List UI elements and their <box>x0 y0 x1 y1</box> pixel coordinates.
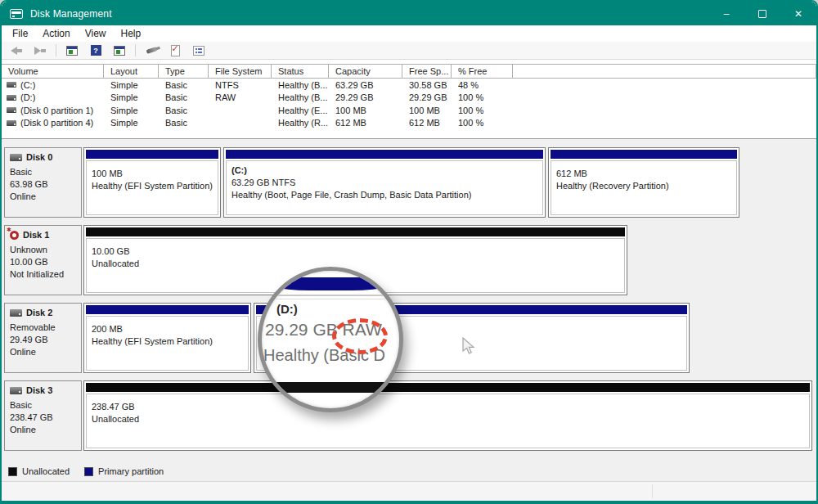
partition-size: 238.47 GB <box>92 401 809 413</box>
table-row[interactable]: (D:) Simple Basic RAW Healthy (B... 29.2… <box>2 92 816 105</box>
table-row[interactable]: (Disk 0 partition 4) Simple Basic Health… <box>2 117 816 130</box>
column-header-capacity[interactable]: Capacity <box>329 65 402 78</box>
disk-icon <box>10 387 22 394</box>
column-header-type[interactable]: Type <box>159 65 209 78</box>
disk-2-label[interactable]: Disk 2 Removable 29.49 GB Online <box>4 303 82 373</box>
cell-layout: Simple <box>104 118 159 128</box>
toolbar-separator <box>56 44 56 56</box>
menu-view[interactable]: View <box>78 26 114 41</box>
disk-0-label[interactable]: Disk 0 Basic 63.98 GB Online <box>4 147 82 218</box>
partition-size: 612 MB <box>556 168 736 180</box>
legend-label: Unallocated <box>22 466 70 476</box>
volume-icon <box>7 107 16 113</box>
cell-pct-free: 48 % <box>452 80 513 90</box>
check-disk-button[interactable]: ✓ <box>165 43 185 58</box>
disk-name: Disk 3 <box>26 385 52 395</box>
statusbar <box>2 481 816 501</box>
partition-status: Unallocated <box>92 413 809 425</box>
minimize-button[interactable]: – <box>708 2 744 25</box>
menu-file[interactable]: File <box>5 26 35 41</box>
column-header-pct-free[interactable]: % Free <box>452 65 513 78</box>
partition-size: 10.00 GB <box>92 245 624 258</box>
menu-action[interactable]: Action <box>35 26 77 41</box>
close-button[interactable]: ✕ <box>780 2 816 25</box>
action-tools-button[interactable] <box>142 43 161 58</box>
volume-table: Volume Layout Type File System Status Ca… <box>2 60 816 139</box>
disk-status: Not Initialized <box>10 268 78 281</box>
cell-pct-free: 100 % <box>452 118 513 128</box>
cell-type: Basic <box>159 80 209 90</box>
cell-free-space: 100 MB <box>402 106 452 115</box>
disk-size: 29.49 GB <box>10 334 78 346</box>
cell-layout: Simple <box>104 92 159 102</box>
disk-row-3: Disk 3 Basic 238.47 GB Online 238.47 GB … <box>2 379 816 452</box>
disk-kind: Unknown <box>10 244 78 256</box>
partition-recovery[interactable]: 612 MB Healthy (Recovery Partition) <box>548 147 739 218</box>
disk-name: Disk 1 <box>23 230 49 240</box>
disk-size: 10.00 GB <box>10 256 78 268</box>
table-row[interactable]: (C:) Simple Basic NTFS Healthy (B... 63.… <box>2 79 816 92</box>
disk-error-icon <box>10 231 19 240</box>
column-header-free-space[interactable]: Free Sp... <box>402 65 452 78</box>
cell-capacity: 612 MB <box>329 118 402 128</box>
mouse-cursor <box>462 337 475 355</box>
toolbar-separator <box>135 44 136 56</box>
help-button[interactable]: ? <box>86 43 106 58</box>
volume-name: (Disk 0 partition 1) <box>20 106 93 115</box>
partition-c-drive[interactable]: (C:) 63.29 GB NTFS Healthy (Boot, Page F… <box>223 147 546 218</box>
partition-status: Healthy (Recovery Partition) <box>556 180 736 192</box>
partition-status: Healthy (Boot, Page File, Crash Dump, Ba… <box>231 189 542 201</box>
disk-status: Online <box>10 424 78 436</box>
forward-button[interactable] <box>30 43 50 58</box>
disk-icon <box>10 154 22 161</box>
cell-file-system: NTFS <box>209 80 272 90</box>
primary-partition-bar <box>551 150 737 159</box>
column-header-volume[interactable]: Volume <box>2 65 104 78</box>
volume-name: (C:) <box>20 80 35 90</box>
magnified-border-line <box>258 295 403 296</box>
maximize-button[interactable] <box>744 2 780 25</box>
table-row[interactable]: (Disk 0 partition 1) Simple Basic Health… <box>2 104 816 117</box>
partition-disk2-efi[interactable]: 200 MB Healthy (EFI System Partition) <box>83 303 251 373</box>
disk-icon <box>10 309 22 317</box>
console-tree-icon <box>66 46 78 56</box>
partition-size: 100 MB <box>92 168 218 180</box>
column-header-blank <box>513 65 816 78</box>
unallocated-bar <box>86 227 625 236</box>
back-button[interactable] <box>7 43 26 58</box>
disk-kind: Basic <box>10 166 78 178</box>
cell-status: Healthy (E... <box>272 106 329 115</box>
menu-help[interactable]: Help <box>114 26 149 41</box>
partition-size: 200 MB <box>92 323 248 335</box>
show-hide-console-button[interactable] <box>110 43 129 58</box>
disk-3-label[interactable]: Disk 3 Basic 238.47 GB Online <box>4 380 82 451</box>
console-tree-button[interactable] <box>62 43 82 58</box>
partition-disk0-efi[interactable]: 100 MB Healthy (EFI System Partition) <box>83 147 221 218</box>
show-hide-console-icon <box>114 46 125 56</box>
maximize-icon <box>758 10 766 18</box>
cell-status: Healthy (B... <box>272 80 329 90</box>
properties-button[interactable] <box>189 43 209 58</box>
statusbar-divider <box>652 484 653 498</box>
partition-disk3-unallocated[interactable]: 238.47 GB Unallocated <box>83 380 812 451</box>
volume-icon <box>7 95 16 101</box>
document-icon: ✓ <box>171 45 180 56</box>
partition-status: Unallocated <box>92 258 624 270</box>
cell-free-space: 29.29 GB <box>402 92 452 102</box>
disk-size: 63.98 GB <box>10 178 78 191</box>
column-header-file-system[interactable]: File System <box>209 65 272 78</box>
unallocated-swatch-icon <box>8 467 17 476</box>
cell-file-system: RAW <box>209 92 272 102</box>
column-header-layout[interactable]: Layout <box>104 65 159 78</box>
legend-unallocated: Unallocated <box>8 466 70 476</box>
volume-table-header: Volume Layout Type File System Status Ca… <box>2 64 816 79</box>
back-icon <box>11 47 22 55</box>
column-header-status[interactable]: Status <box>272 65 329 78</box>
legend: Unallocated Primary partition <box>2 461 816 481</box>
disk-row-1: Disk 1 Unknown 10.00 GB Not Initialized … <box>2 223 816 297</box>
cell-pct-free: 100 % <box>452 106 513 115</box>
partition-status: Healthy (EFI System Partition) <box>92 180 218 192</box>
volume-name: (D:) <box>20 92 35 102</box>
cell-type: Basic <box>159 92 209 102</box>
disk-1-label[interactable]: Disk 1 Unknown 10.00 GB Not Initialized <box>4 225 82 295</box>
